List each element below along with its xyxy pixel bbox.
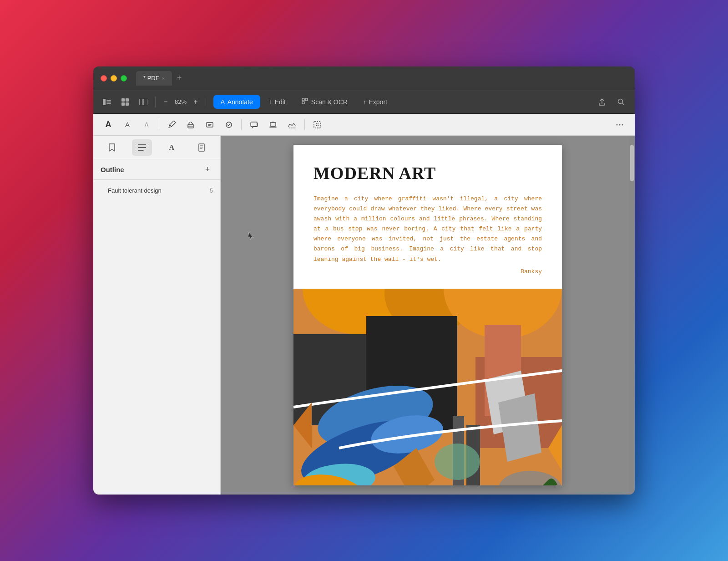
svg-rect-12 bbox=[302, 102, 304, 104]
pdf-page-content: MODERN ART Imagine a city where graffiti… bbox=[293, 145, 562, 289]
pdf-page: MODERN ART Imagine a city where graffiti… bbox=[293, 145, 562, 485]
svg-point-24 bbox=[617, 124, 618, 125]
app-window: * PDF × + bbox=[93, 66, 635, 495]
comment-button[interactable] bbox=[246, 117, 262, 133]
sidebar-tab-bookmark[interactable] bbox=[102, 139, 122, 156]
toolbar-separator-1 bbox=[155, 97, 156, 107]
ann-separator-3 bbox=[304, 119, 305, 130]
svg-rect-10 bbox=[302, 98, 304, 101]
sidebar-tabs: A bbox=[93, 136, 220, 159]
svg-rect-1 bbox=[106, 100, 111, 101]
ann-separator-1 bbox=[159, 119, 159, 130]
scan-icon bbox=[301, 97, 308, 106]
svg-rect-19 bbox=[314, 122, 320, 128]
zoom-in-button[interactable]: + bbox=[189, 96, 202, 108]
scrollbar-thumb[interactable] bbox=[630, 145, 634, 181]
svg-rect-5 bbox=[126, 98, 129, 102]
minimize-button[interactable] bbox=[111, 75, 117, 82]
search-button[interactable] bbox=[613, 94, 629, 110]
zoom-level-label[interactable]: 82% bbox=[173, 98, 188, 105]
main-toolbar: − 82% + A Annotate T Edit bbox=[93, 90, 635, 114]
dual-page-button[interactable] bbox=[135, 94, 152, 110]
svg-point-26 bbox=[622, 124, 623, 125]
ann-separator-2 bbox=[241, 119, 242, 130]
pdf-tab[interactable]: * PDF × bbox=[136, 71, 172, 86]
export-icon: ↑ bbox=[363, 98, 366, 105]
outline-item-page: 5 bbox=[210, 188, 213, 194]
toolbar-right bbox=[594, 94, 629, 110]
pdf-title: MODERN ART bbox=[313, 163, 542, 183]
svg-rect-9 bbox=[144, 99, 147, 105]
maximize-button[interactable] bbox=[121, 75, 127, 82]
shape-tool-button[interactable] bbox=[221, 117, 237, 133]
svg-rect-11 bbox=[305, 98, 308, 101]
text-small-button[interactable]: A bbox=[139, 117, 154, 133]
svg-rect-23 bbox=[318, 125, 318, 126]
tab-title: * PDF bbox=[143, 75, 159, 82]
svg-rect-7 bbox=[126, 102, 129, 106]
sidebar: A Outline + Fault tolerant design 5 bbox=[93, 136, 221, 495]
mode-tabs: A Annotate T Edit Scan & OCR ↑ bbox=[213, 95, 394, 109]
svg-rect-0 bbox=[103, 99, 106, 105]
pdf-area[interactable]: MODERN ART Imagine a city where graffiti… bbox=[221, 136, 635, 495]
svg-rect-4 bbox=[121, 98, 125, 102]
eraser-tool-button[interactable] bbox=[183, 117, 198, 133]
selection-tool-button[interactable] bbox=[309, 117, 325, 133]
scan-ocr-label: Scan & OCR bbox=[311, 98, 348, 106]
text-medium-button[interactable]: A bbox=[120, 117, 135, 133]
scrollbar-track[interactable] bbox=[629, 136, 635, 495]
svg-rect-8 bbox=[139, 99, 143, 105]
signature-button[interactable] bbox=[284, 117, 300, 133]
tab-container: * PDF × + bbox=[136, 71, 185, 86]
text-box-button[interactable] bbox=[202, 117, 217, 133]
more-options-button[interactable] bbox=[612, 117, 627, 133]
stamp-button[interactable] bbox=[265, 117, 281, 133]
sidebar-toggle-button[interactable] bbox=[99, 94, 115, 110]
tab-annotate[interactable]: A Annotate bbox=[213, 95, 260, 109]
grid-view-button[interactable] bbox=[117, 94, 133, 110]
share-button[interactable] bbox=[594, 94, 610, 110]
svg-rect-17 bbox=[251, 122, 257, 127]
tab-close-icon[interactable]: × bbox=[162, 76, 165, 81]
sidebar-header: Outline + bbox=[93, 159, 220, 180]
cursor-indicator bbox=[248, 231, 254, 242]
tab-edit[interactable]: T Edit bbox=[261, 95, 293, 109]
tab-scan-ocr[interactable]: Scan & OCR bbox=[294, 95, 355, 109]
annotation-toolbar: A A A bbox=[93, 114, 635, 136]
pen-tool-button[interactable] bbox=[164, 117, 179, 133]
close-button[interactable] bbox=[101, 75, 107, 82]
edit-label: Edit bbox=[275, 98, 286, 106]
zoom-control: − 82% + bbox=[159, 96, 202, 108]
traffic-lights bbox=[101, 75, 127, 82]
svg-point-25 bbox=[619, 124, 621, 125]
annotate-label: Annotate bbox=[228, 98, 253, 106]
toolbar-separator-2 bbox=[206, 97, 206, 107]
svg-point-16 bbox=[226, 122, 232, 128]
svg-point-53 bbox=[435, 444, 480, 480]
add-tab-button[interactable]: + bbox=[174, 73, 185, 84]
sidebar-title: Outline bbox=[101, 166, 124, 173]
svg-rect-2 bbox=[106, 102, 111, 102]
main-content: A Outline + Fault tolerant design 5 bbox=[93, 136, 635, 495]
outline-item-label: Fault tolerant design bbox=[108, 187, 162, 194]
sidebar-tab-page[interactable] bbox=[192, 139, 212, 156]
pdf-quote: Imagine a city where graffiti wasn't ill… bbox=[313, 194, 542, 265]
svg-rect-20 bbox=[316, 123, 317, 124]
pdf-image: Lik Jones Vitals Bro's bbox=[293, 289, 562, 485]
svg-rect-27 bbox=[199, 144, 204, 151]
svg-rect-18 bbox=[270, 122, 276, 126]
sidebar-tab-text[interactable]: A bbox=[162, 139, 182, 156]
text-large-button[interactable]: A bbox=[101, 117, 116, 133]
zoom-out-button[interactable]: − bbox=[159, 96, 172, 108]
tab-export[interactable]: ↑ Export bbox=[356, 95, 394, 109]
svg-rect-3 bbox=[106, 103, 111, 104]
annotate-icon: A bbox=[221, 98, 225, 105]
sidebar-add-button[interactable]: + bbox=[202, 164, 213, 175]
ann-toolbar-right bbox=[612, 117, 627, 133]
edit-icon: T bbox=[268, 98, 272, 105]
svg-rect-15 bbox=[207, 122, 213, 127]
svg-rect-21 bbox=[318, 123, 318, 124]
outline-item[interactable]: Fault tolerant design 5 bbox=[93, 184, 220, 198]
sidebar-tab-outline[interactable] bbox=[132, 139, 152, 156]
pdf-attribution: Banksy bbox=[313, 268, 542, 275]
